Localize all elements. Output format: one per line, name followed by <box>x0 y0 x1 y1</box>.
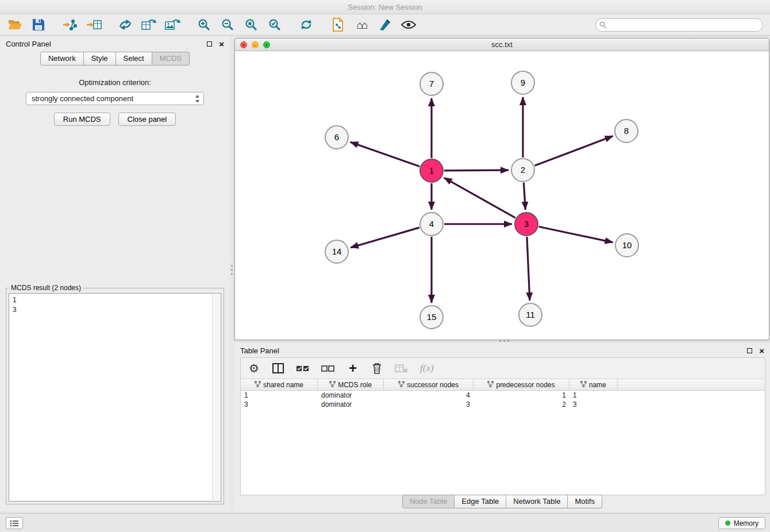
window-titlebar: Session: New Session <box>0 0 770 14</box>
node-table-container: ⚙ + f(x) shared nameMCDS r <box>240 357 765 495</box>
graph-edge-3-1[interactable] <box>444 178 515 218</box>
export-image-icon[interactable] <box>164 16 180 33</box>
column-header-label: shared name <box>263 381 303 389</box>
home-icon[interactable]: ⌂⌂ <box>353 16 369 33</box>
column-edit-icon <box>398 381 405 389</box>
table-tab-node-table[interactable]: Node Table <box>402 495 455 508</box>
minimize-window-icon[interactable]: − <box>252 41 259 48</box>
run-mcds-button[interactable]: Run MCDS <box>54 113 110 126</box>
graph-node-label-11: 11 <box>526 310 535 319</box>
graph-edge-3-10[interactable] <box>539 227 613 242</box>
network-window: × − + scc.txt 7968124314101511 <box>234 38 769 340</box>
zoom-out-icon[interactable] <box>220 16 236 33</box>
clipboard-network-icon[interactable] <box>330 16 346 33</box>
network-window-titlebar[interactable]: × − + scc.txt <box>235 38 769 51</box>
table-tab-network-table[interactable]: Network Table <box>506 495 568 508</box>
table-panel-tabbar: Node TableEdge TableNetwork TableMotifs <box>234 495 770 508</box>
float-panel-icon[interactable] <box>207 41 212 47</box>
graph-edge-2-8[interactable] <box>535 136 613 165</box>
zoom-selected-icon[interactable] <box>267 16 283 33</box>
dropdown-spinner-icon <box>195 94 200 103</box>
control-panel: Control Panel × NetworkStyleSelectMCDS O… <box>0 36 230 511</box>
graph-node-label-9: 9 <box>521 78 525 87</box>
window-title: Session: New Session <box>348 3 422 11</box>
table-cell[interactable]: 2 <box>473 400 569 409</box>
column-header-mcds-role[interactable]: MCDS role <box>318 379 384 390</box>
graph-node-label-6: 6 <box>334 132 339 142</box>
memory-status-icon <box>725 521 730 526</box>
show-columns-icon[interactable] <box>272 361 284 376</box>
function-builder-icon[interactable]: f(x) <box>420 361 434 376</box>
graph-edge-1-2[interactable] <box>444 170 509 171</box>
select-all-columns-icon[interactable] <box>296 361 310 376</box>
open-session-icon[interactable] <box>7 16 23 33</box>
delete-column-icon[interactable] <box>371 361 383 376</box>
panel-menu-button[interactable] <box>6 517 23 529</box>
style-brush-icon[interactable] <box>377 16 393 33</box>
table-cell[interactable]: 4 <box>384 391 473 400</box>
table-cell[interactable]: 1 <box>241 391 318 400</box>
vertical-splitter-handle[interactable] <box>230 260 234 279</box>
control-panel-tab-network[interactable]: Network <box>40 52 84 65</box>
table-tab-edge-table[interactable]: Edge Table <box>455 495 506 508</box>
save-session-icon[interactable] <box>30 16 47 33</box>
mcds-result-title: MCDS result (2 nodes) <box>9 284 83 292</box>
table-cell[interactable]: dominator <box>318 400 384 409</box>
column-header-filler <box>618 379 765 390</box>
eye-icon[interactable] <box>401 16 417 33</box>
import-network-icon[interactable] <box>62 16 78 33</box>
table-cell[interactable]: 3 <box>241 400 318 409</box>
control-panel-tab-mcds[interactable]: MCDS <box>152 52 190 65</box>
search-box <box>595 18 763 32</box>
zoom-window-icon[interactable]: + <box>263 41 270 48</box>
import-table-icon[interactable] <box>86 16 102 33</box>
close-window-icon[interactable]: × <box>240 41 247 48</box>
mcds-result-group: MCDS result (2 nodes) 1 3 <box>6 284 224 504</box>
table-cell[interactable]: 1 <box>473 391 569 400</box>
column-edit-icon <box>255 381 261 389</box>
memory-button[interactable]: Memory <box>718 517 765 529</box>
graph-edge-3-11[interactable] <box>527 237 530 300</box>
zoom-fit-icon[interactable] <box>243 16 259 33</box>
column-header-name[interactable]: name <box>569 379 618 390</box>
mcds-result-box: 1 3 <box>9 293 221 502</box>
network-window-title: scc.txt <box>491 40 513 49</box>
result-scrollbar[interactable] <box>212 294 220 500</box>
column-header-label: successor nodes <box>407 381 459 389</box>
column-edit-icon <box>487 381 494 389</box>
graph-node-label-14: 14 <box>332 246 342 256</box>
column-header-shared-name[interactable]: shared name <box>241 379 318 390</box>
table-cell[interactable]: 3 <box>384 400 473 409</box>
control-panel-tab-select[interactable]: Select <box>116 52 152 65</box>
table-cell[interactable]: 1 <box>569 391 618 400</box>
control-panel-header: Control Panel × <box>0 36 230 52</box>
graph-edge-2-3[interactable] <box>523 183 525 210</box>
graph-edge-4-14[interactable] <box>351 228 419 248</box>
close-panel-button[interactable]: Close panel <box>118 113 176 126</box>
status-bar: Memory <box>0 513 770 532</box>
zoom-in-icon[interactable] <box>196 16 212 33</box>
refresh-icon[interactable] <box>298 16 314 33</box>
close-table-panel-icon[interactable]: × <box>759 346 764 355</box>
table-row[interactable]: 1dominator411 <box>241 391 765 400</box>
close-panel-icon[interactable]: × <box>219 40 224 48</box>
search-input[interactable] <box>595 18 763 32</box>
unselect-all-columns-icon[interactable] <box>321 361 335 376</box>
table-settings-gear-icon[interactable]: ⚙ <box>248 361 260 376</box>
export-table-icon[interactable] <box>141 16 157 33</box>
column-header-successor-nodes[interactable]: successor nodes <box>384 379 473 390</box>
delete-table-icon[interactable] <box>395 361 409 376</box>
graph-edge-1-6[interactable] <box>351 142 420 166</box>
optimization-criterion-dropdown[interactable]: strongly connected component <box>26 92 204 105</box>
table-tab-motifs[interactable]: Motifs <box>568 495 602 508</box>
table-toolbar: ⚙ + f(x) <box>241 358 765 379</box>
table-row[interactable]: 3dominator323 <box>241 400 765 409</box>
control-panel-tab-style[interactable]: Style <box>84 52 116 65</box>
float-table-panel-icon[interactable] <box>747 348 752 353</box>
table-cell[interactable]: 3 <box>569 400 618 409</box>
create-column-icon[interactable]: + <box>346 361 359 376</box>
network-graph-canvas[interactable]: 7968124314101511 <box>235 51 769 339</box>
table-cell[interactable]: dominator <box>318 391 384 400</box>
export-network-icon[interactable] <box>117 16 133 33</box>
column-header-predecessor-nodes[interactable]: predecessor nodes <box>473 379 569 390</box>
